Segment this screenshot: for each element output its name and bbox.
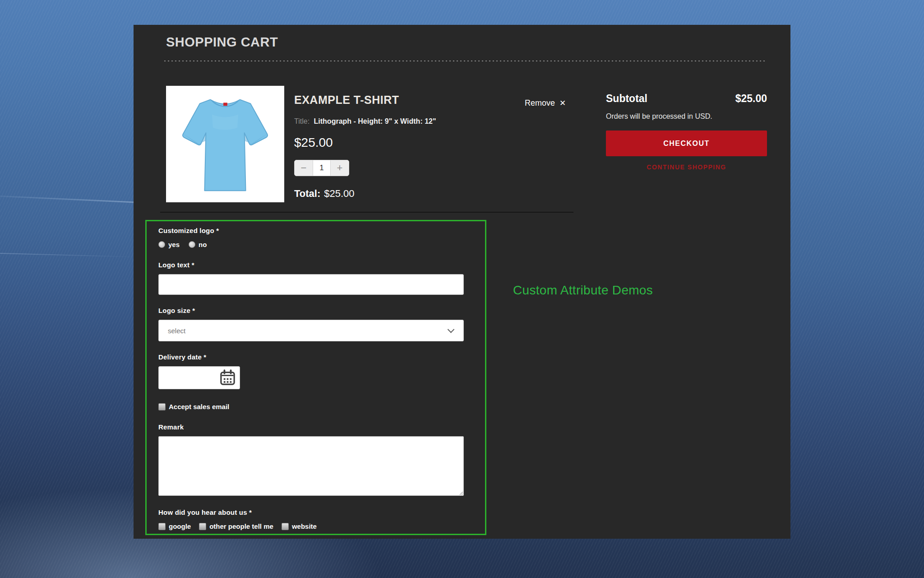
logo-size-label: Logo size * — [158, 307, 473, 314]
radio-label: no — [199, 241, 207, 248]
product-option-value: Lithograph - Height: 9" x Width: 12" — [314, 117, 436, 125]
product-name: EXAMPLE T-SHIRT — [294, 93, 511, 107]
checkout-button[interactable]: CHECKOUT — [606, 131, 767, 156]
wallpaper-band-edge — [0, 253, 135, 257]
select-placeholder: select — [168, 327, 185, 335]
product-image[interactable] — [166, 86, 284, 202]
quantity-input[interactable] — [313, 160, 330, 176]
page-title: SHOPPING CART — [166, 35, 278, 50]
hear-about-website-checkbox[interactable]: website — [282, 522, 317, 530]
delivery-date-label: Delivery date * — [158, 353, 473, 361]
shopping-cart-panel: SHOPPING CART EXAMPLE T-SHIRT Title: Lit… — [134, 25, 790, 539]
section-divider — [160, 212, 573, 213]
line-total-label: Total: — [294, 188, 320, 199]
subtotal-value: $25.00 — [735, 93, 767, 105]
product-info: EXAMPLE T-SHIRT Title: Lithograph - Heig… — [294, 93, 511, 200]
continue-shopping-link[interactable]: CONTINUE SHOPPING — [606, 163, 767, 171]
custom-attribute-demos-text: Custom Attribute Demos — [513, 283, 653, 298]
cart-summary: Subtotal $25.00 Orders will be processed… — [606, 93, 767, 171]
calendar-icon[interactable] — [219, 369, 236, 387]
remark-textarea[interactable] — [158, 436, 464, 496]
remark-label: Remark — [158, 423, 473, 431]
radio-icon[interactable] — [189, 241, 195, 248]
radio-option-no[interactable]: no — [189, 241, 207, 248]
customized-logo-label: Customized logo * — [158, 227, 473, 234]
custom-attributes-form: Customized logo * yes no Logo text * Log… — [145, 220, 486, 535]
remove-label: Remove — [525, 98, 555, 108]
radio-icon[interactable] — [158, 241, 165, 248]
product-option: Title: Lithograph - Height: 9" x Width: … — [294, 117, 511, 126]
checkbox-icon[interactable] — [282, 523, 289, 530]
logo-size-select[interactable]: select — [158, 320, 464, 341]
desktop: { "cart": { "title": "SHOPPING CART", "i… — [0, 0, 924, 578]
quantity-decrease-button[interactable]: − — [295, 160, 313, 176]
checkbox-label: website — [292, 522, 317, 530]
tshirt-image — [168, 88, 282, 200]
logo-text-input[interactable] — [158, 274, 464, 295]
line-total: Total:$25.00 — [294, 188, 511, 200]
chevron-down-icon — [448, 326, 455, 333]
quantity-stepper: − + — [294, 160, 349, 176]
checkbox-icon[interactable] — [158, 403, 166, 410]
quantity-increase-button[interactable]: + — [330, 160, 349, 176]
customized-logo-options: yes no — [158, 241, 473, 248]
accept-sales-email-row: Accept sales email — [158, 403, 473, 410]
accept-sales-email-checkbox[interactable]: Accept sales email — [158, 403, 229, 410]
currency-note: Orders will be processed in USD. — [606, 112, 767, 121]
subtotal-row: Subtotal $25.00 — [606, 93, 767, 105]
radio-label: yes — [168, 241, 180, 248]
delivery-date-input[interactable] — [158, 366, 240, 389]
line-total-value: $25.00 — [324, 188, 354, 199]
checkbox-label: Accept sales email — [169, 403, 229, 410]
product-price: $25.00 — [294, 135, 511, 150]
radio-option-yes[interactable]: yes — [158, 241, 180, 248]
hear-about-google-checkbox[interactable]: google — [158, 522, 191, 530]
close-icon: ✕ — [559, 98, 566, 108]
remove-item-button[interactable]: Remove ✕ — [525, 98, 566, 108]
logo-text-label: Logo text * — [158, 261, 473, 269]
checkbox-label: google — [169, 522, 191, 530]
checkbox-label: other people tell me — [209, 522, 273, 530]
hear-about-label: How did you hear about us * — [158, 508, 473, 516]
hear-about-options: google other people tell me website — [158, 522, 473, 530]
subtotal-label: Subtotal — [606, 93, 647, 105]
checkbox-icon[interactable] — [199, 523, 206, 530]
hear-about-other-people-checkbox[interactable]: other people tell me — [199, 522, 273, 530]
product-option-label: Title: — [294, 117, 310, 125]
checkbox-icon[interactable] — [158, 523, 166, 530]
dashed-divider — [164, 61, 767, 61]
